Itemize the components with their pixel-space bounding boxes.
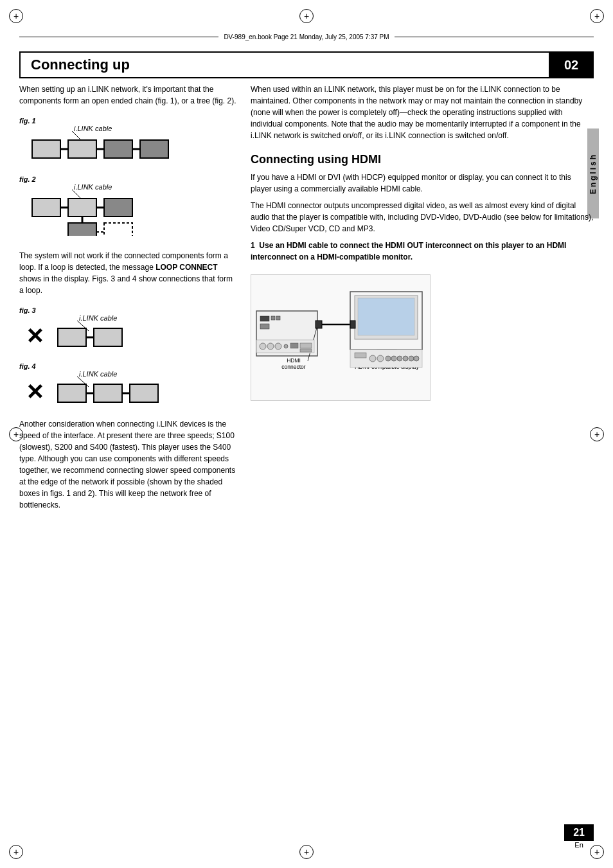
fig4-container: fig. 4 i.LINK cable ✕ bbox=[19, 362, 238, 407]
svg-text:✕: ✕ bbox=[26, 324, 44, 348]
svg-rect-24 bbox=[94, 328, 122, 346]
svg-rect-5 bbox=[140, 140, 168, 158]
page-number: 21 bbox=[564, 824, 594, 841]
svg-rect-49 bbox=[350, 321, 355, 328]
svg-rect-60 bbox=[355, 353, 366, 358]
svg-rect-17 bbox=[68, 223, 96, 236]
svg-rect-29 bbox=[58, 384, 86, 402]
hdmi-heading: Connecting using HDMI bbox=[251, 153, 594, 166]
right-para1: When used within an i.LINK network, this… bbox=[251, 84, 594, 141]
title-box: Connecting up bbox=[19, 51, 549, 78]
svg-rect-3 bbox=[68, 140, 96, 158]
fig1-diagram: i.LINK cable bbox=[26, 126, 206, 161]
svg-rect-13 bbox=[104, 199, 132, 217]
fig3-container: fig. 3 i.LINK cable ✕ bbox=[19, 306, 238, 351]
title-section: Connecting up 02 bbox=[19, 51, 594, 78]
svg-rect-23 bbox=[58, 328, 86, 346]
svg-text:HDMI: HDMI bbox=[287, 357, 301, 364]
svg-point-52 bbox=[260, 343, 266, 350]
svg-point-53 bbox=[267, 343, 274, 350]
svg-rect-2 bbox=[32, 140, 60, 158]
fig1-label: fig. 1 bbox=[19, 117, 238, 125]
reg-mark-mt bbox=[299, 9, 314, 23]
fig4-label: fig. 4 bbox=[19, 362, 238, 370]
svg-rect-38 bbox=[276, 316, 280, 320]
svg-point-63 bbox=[386, 356, 391, 361]
hdmi-diagram: HDMI connector HDMI-compatible displ bbox=[251, 274, 431, 401]
left-para3: Another consideration when connecting i.… bbox=[19, 418, 238, 511]
svg-text:i.LINK cable: i.LINK cable bbox=[79, 371, 117, 378]
svg-rect-18 bbox=[104, 223, 132, 236]
reg-mark-tr bbox=[590, 9, 604, 23]
instruction-number: 1 bbox=[251, 241, 255, 250]
fig2-container: fig. 2 i.LINK cable bbox=[19, 175, 238, 238]
svg-rect-56 bbox=[290, 343, 298, 348]
svg-text:connector: connector bbox=[281, 364, 305, 370]
svg-point-65 bbox=[397, 356, 402, 361]
fig1-container: fig. 1 i.LINK cable bbox=[19, 117, 238, 164]
chapter-box: 02 bbox=[549, 51, 594, 78]
svg-rect-39 bbox=[315, 321, 322, 328]
svg-point-67 bbox=[409, 356, 414, 361]
left-para1: When setting up an i.LINK network, it's … bbox=[19, 84, 238, 107]
hdmi-para2: The HDMI connector outputs uncompressed … bbox=[251, 200, 594, 235]
header-line-right bbox=[395, 37, 594, 37]
svg-rect-31 bbox=[130, 384, 158, 402]
instruction-text: Use an HDMI cable to connect the HDMI OU… bbox=[251, 241, 566, 261]
svg-point-55 bbox=[284, 344, 288, 348]
page-number-box: 21 En bbox=[564, 824, 594, 849]
svg-rect-11 bbox=[32, 199, 60, 217]
svg-rect-35 bbox=[260, 316, 269, 321]
svg-rect-37 bbox=[271, 316, 275, 320]
reg-mark-mb bbox=[299, 845, 314, 859]
page-title: Connecting up bbox=[31, 57, 130, 73]
svg-text:i.LINK cable: i.LINK cable bbox=[74, 184, 112, 191]
left-column: When setting up an i.LINK network, it's … bbox=[19, 84, 238, 829]
svg-point-68 bbox=[414, 356, 419, 361]
page-en: En bbox=[574, 841, 583, 849]
fig3-diagram: i.LINK cable ✕ bbox=[26, 315, 193, 351]
svg-rect-12 bbox=[68, 199, 96, 217]
svg-rect-57 bbox=[300, 343, 312, 348]
svg-text:✕: ✕ bbox=[26, 380, 44, 404]
header-line-left bbox=[19, 37, 218, 37]
hdmi-diagram-svg: HDMI connector HDMI-compatible displ bbox=[255, 279, 429, 394]
right-column: When used within an i.LINK network, this… bbox=[251, 84, 594, 829]
svg-text:i.LINK cable: i.LINK cable bbox=[79, 315, 117, 322]
loop-connect-text: LOOP CONNECT bbox=[155, 263, 217, 272]
fig3-label: fig. 3 bbox=[19, 306, 238, 314]
reg-mark-bl bbox=[9, 845, 23, 859]
fig4-diagram: i.LINK cable ✕ bbox=[26, 371, 206, 407]
hdmi-para1: If you have a HDMI or DVI (with HDCP) eq… bbox=[251, 172, 594, 195]
svg-rect-36 bbox=[260, 324, 269, 329]
svg-point-61 bbox=[369, 355, 376, 362]
fig2-label: fig. 2 bbox=[19, 175, 238, 183]
svg-point-54 bbox=[275, 343, 281, 350]
left-para2: The system will not work if the connecte… bbox=[19, 250, 238, 296]
svg-rect-46 bbox=[358, 298, 414, 335]
hdmi-instruction: 1 Use an HDMI cable to connect the HDMI … bbox=[251, 240, 594, 263]
svg-rect-58 bbox=[300, 349, 312, 352]
svg-point-64 bbox=[391, 356, 396, 361]
svg-text:i.LINK cable: i.LINK cable bbox=[74, 126, 112, 132]
header-meta: DV-989_en.book Page 21 Monday, July 25, … bbox=[218, 33, 394, 40]
reg-mark-tl bbox=[9, 9, 23, 23]
svg-rect-4 bbox=[104, 140, 132, 158]
svg-rect-30 bbox=[94, 384, 122, 402]
header-bar: DV-989_en.book Page 21 Monday, July 25, … bbox=[19, 31, 594, 42]
svg-point-66 bbox=[403, 356, 408, 361]
svg-point-62 bbox=[377, 355, 384, 362]
content-area: When setting up an i.LINK network, it's … bbox=[19, 84, 594, 829]
fig2-diagram: i.LINK cable bbox=[26, 184, 206, 236]
